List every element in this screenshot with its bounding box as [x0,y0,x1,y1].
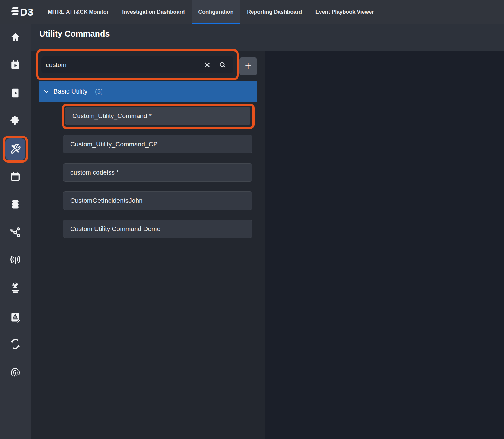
sidebar-item-incident-reports[interactable] [0,303,31,331]
app-window: D3 MITRE ATT&CK Monitor Investigation Da… [0,0,504,439]
utility-tools-icon [10,144,21,155]
utility-command-item[interactable]: Custom_Utility_Command_CP [63,135,252,153]
sidebar-item-data[interactable] [0,191,31,218]
sidebar-item-utility-commands[interactable] [0,135,31,163]
utility-command-item[interactable]: Custom_Utility_Command * [65,107,250,125]
nav-tab[interactable]: Event Playbook Viewer [309,0,380,24]
d3-logo[interactable]: D3 [11,0,35,24]
nav-tab-label: MITRE ATT&CK Monitor [48,9,109,15]
nav-tab-label: Investigation Dashboard [122,9,185,15]
search-box [41,56,233,73]
nav-tab[interactable]: Investigation Dashboard [116,0,191,24]
chevron-down-icon [44,89,49,94]
utility-command-list: Custom_Utility_Command * Custom_Utility_… [63,107,252,238]
nav-tabs: MITRE ATT&CK Monitor Investigation Dashb… [41,0,381,24]
add-command-button[interactable]: + [239,57,257,75]
sidebar-item-integrations[interactable] [0,107,31,135]
utility-command-label: custom codelss * [70,169,119,176]
clear-search-icon[interactable] [204,62,210,68]
group-label: Basic Utility [53,88,87,95]
utility-command-label: CustomGetIncidentsJohn [70,197,143,204]
puzzle-icon [10,115,21,127]
utility-command-label: Custom_Utility_Command * [72,112,152,120]
active-tool-tile [5,138,25,160]
nav-tab-label: Configuration [198,9,234,15]
utility-command-label: Custom Utility Command Demo [70,225,160,233]
sidebar-item-identity[interactable] [0,358,31,386]
main-content-area [265,51,504,439]
nav-tab-label: Reporting Dashboard [247,9,302,15]
calendar-play-icon [10,60,21,71]
incident-report-icon [10,311,21,323]
fingerprint-icon [10,366,21,378]
home-icon [10,32,21,43]
sidebar-item-calendar[interactable] [0,163,31,191]
sidebar-item-playbooks[interactable] [0,79,31,107]
search-input[interactable] [46,61,204,68]
sidebar-item-home[interactable] [0,24,31,51]
playbook-icon [10,87,21,98]
sidebar-item-geolocation[interactable] [0,274,31,301]
d3-logo-icon: D3 [11,5,35,19]
sync-arrows-icon [10,338,21,349]
calendar-icon [10,171,21,182]
sidebar-item-schedule[interactable] [0,51,31,79]
add-command-label: + [245,60,251,71]
utility-command-item[interactable]: custom codelss * [63,163,252,182]
broadcast-antenna-icon [10,254,21,265]
database-icon [10,199,21,210]
nav-tab[interactable]: Configuration [192,0,240,24]
svg-text:D3: D3 [20,6,33,18]
utility-command-label: Custom_Utility_Command_CP [70,141,158,148]
nav-tab[interactable]: MITRE ATT&CK Monitor [41,0,115,24]
group-header-basic-utility[interactable]: Basic Utility (5) [39,81,257,102]
search-icon[interactable] [219,61,226,69]
utility-command-item[interactable]: Custom Utility Command Demo [63,220,252,238]
globe-lines-icon [10,281,21,294]
sidebar-item-sync[interactable] [0,330,31,358]
page-title: Utility Commands [39,29,110,39]
utility-command-item[interactable]: CustomGetIncidentsJohn [63,191,252,210]
nav-tab-label: Event Playbook Viewer [315,9,374,15]
nav-tab[interactable]: Reporting Dashboard [240,0,308,24]
sidebar-item-connections[interactable] [0,218,31,246]
sidebar-item-broadcast[interactable] [0,246,31,273]
group-count: (5) [95,88,102,95]
share-network-icon [10,227,21,238]
top-navbar: D3 MITRE ATT&CK Monitor Investigation Da… [0,0,504,24]
